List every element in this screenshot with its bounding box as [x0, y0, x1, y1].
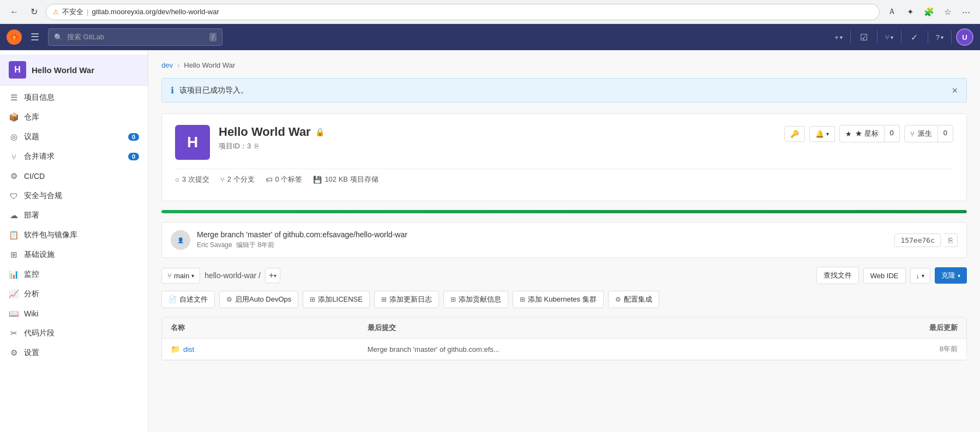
project-name-text: Hello World War — [219, 125, 311, 139]
branches-stat[interactable]: ⑂ 2 个分支 — [220, 175, 255, 184]
commit-message[interactable]: Merge branch 'master' of github.com:efsa… — [197, 230, 888, 239]
sidebar-item-snippets[interactable]: ✂ 代码片段 — [0, 323, 148, 343]
file-name-link[interactable]: dist — [183, 345, 194, 353]
sidebar-item-issues[interactable]: ◎ 议题 0 — [0, 127, 148, 147]
refresh-button[interactable]: ↻ — [26, 4, 41, 20]
sidebar-item-repository[interactable]: 📦 仓库 — [0, 107, 148, 127]
key-button[interactable]: 🔑 — [784, 126, 805, 142]
user-avatar[interactable]: U — [956, 28, 973, 46]
extensions-button[interactable]: 🧩 — [921, 4, 936, 20]
suggestion-contributing-label: 添加贡献信息 — [459, 295, 501, 304]
star-label: ★ 星标 — [855, 129, 879, 139]
tags-icon: 🏷 — [266, 176, 273, 184]
address-bar[interactable]: ⚠ 不安全 | gitlab.mooreyxia.org/dev/hello-w… — [46, 4, 880, 20]
screenshot-button[interactable]: ✦ — [903, 4, 918, 20]
storage-stat: 💾 102 KB 项目存储 — [313, 175, 378, 184]
packages-icon: 📋 — [9, 230, 19, 240]
suggestion-contributing[interactable]: ⊞ 添加贡献信息 — [443, 291, 508, 308]
suggestion-kubernetes[interactable]: ⊞ 添加 Kubernetes 集群 — [513, 291, 604, 308]
suggestion-license[interactable]: ⊞ 添加LICENSE — [303, 291, 370, 308]
gitlab-logo[interactable] — [7, 29, 22, 45]
create-button[interactable]: + ▾ — [831, 31, 846, 44]
nav-actions: + ▾ ☑ ⑂ ▾ ✓ ? ▾ U — [831, 28, 973, 46]
clone-button[interactable]: 克隆 ▾ — [935, 267, 967, 284]
file-table: 名称 最后提交 最后更新 📁 dist Merge branch 'master… — [161, 317, 967, 361]
translate-button[interactable]: Ａ — [884, 4, 899, 20]
add-file-button[interactable]: + ▾ — [265, 268, 280, 283]
suggestion-integration[interactable]: ⚙ 配置集成 — [608, 291, 659, 308]
help-button[interactable]: ? ▾ — [933, 31, 947, 44]
favorites-button[interactable]: ☆ — [940, 4, 955, 20]
alert-message: 该项目已成功导入。 — [179, 86, 946, 95]
branch-name: main — [174, 272, 189, 280]
merge-requests-button[interactable]: ⑂ ▾ — [882, 31, 897, 44]
sidebar-item-wiki[interactable]: 📖 Wiki — [0, 304, 148, 323]
suggestion-license-label: 添加LICENSE — [318, 295, 363, 304]
copy-hash-button[interactable]: ⎘ — [944, 233, 958, 247]
browser-chrome: ← ↻ ⚠ 不安全 | gitlab.mooreyxia.org/dev/hel… — [0, 0, 980, 24]
sidebar-item-infrastructure[interactable]: ⊞ 基础设施 — [0, 245, 148, 265]
sidebar-item-label-13: 设置 — [24, 348, 139, 358]
analytics-icon: 📈 — [9, 289, 19, 299]
issues-badge: 0 — [128, 133, 139, 141]
nav-divider5 — [951, 31, 952, 44]
star-button[interactable]: ★ ★ 星标 — [839, 125, 885, 142]
breadcrumb-separator: › — [177, 61, 179, 69]
branch-selector[interactable]: ⑂ main ▾ — [161, 268, 200, 284]
sidebar-item-label-4: CI/CD — [24, 172, 139, 181]
browser-actions: Ａ ✦ 🧩 ☆ ⋯ — [884, 4, 973, 20]
sidebar-project-header[interactable]: H Hello World War — [0, 55, 148, 86]
content-area: dev › Hello World War ℹ 该项目已成功导入。 × H — [148, 50, 980, 432]
commit-info: Merge branch 'master' of github.com:efsa… — [197, 230, 888, 250]
suggestion-autodevops[interactable]: ⚙ 启用Auto DevOps — [219, 291, 298, 308]
hamburger-button[interactable]: ☰ — [26, 28, 44, 46]
back-button[interactable]: ← — [7, 4, 22, 20]
notification-button[interactable]: 🔔 ▾ — [809, 126, 835, 142]
tags-stat[interactable]: 🏷 0 个标签 — [266, 175, 303, 184]
suggestion-readme[interactable]: 📄 自述文件 — [161, 291, 215, 308]
storage-label: 102 KB 项目存储 — [324, 175, 378, 184]
commits-stat[interactable]: ○ 3 次提交 — [175, 175, 209, 184]
breadcrumb-parent-link[interactable]: dev — [161, 61, 173, 69]
copy-id-button[interactable]: ⎘ — [253, 142, 260, 151]
suggestion-changelog[interactable]: ⊞ 添加更新日志 — [374, 291, 439, 308]
fork-group: ⑂ 派生 0 — [904, 125, 953, 142]
sidebar-item-deployments[interactable]: ☁ 部署 — [0, 206, 148, 225]
project-info-icon: ☰ — [9, 93, 19, 103]
web-ide-button[interactable]: Web IDE — [863, 268, 906, 284]
sidebar: H Hello World War ☰ 项目信息 📦 仓库 ◎ 议题 0 — [0, 50, 148, 432]
commits-label: 3 次提交 — [182, 175, 209, 184]
search-placeholder: 搜索 GitLab — [67, 32, 104, 42]
sidebar-item-merge-requests[interactable]: ⑂ 合并请求 0 — [0, 147, 148, 166]
main-area: H Hello World War ☰ 项目信息 📦 仓库 ◎ 议题 0 — [0, 50, 980, 432]
sidebar-item-ci-cd[interactable]: ⚙ CI/CD — [0, 166, 148, 186]
find-file-button[interactable]: 查找文件 — [816, 267, 859, 284]
table-row[interactable]: 📁 dist Merge branch 'master' of github.c… — [162, 339, 966, 360]
issues-icon: ◎ — [9, 132, 19, 142]
settings-button[interactable]: ⋯ — [958, 4, 973, 20]
sidebar-item-project-info[interactable]: ☰ 项目信息 — [0, 88, 148, 107]
download-button[interactable]: ↓ ▾ — [910, 268, 931, 284]
branches-icon: ⑂ — [220, 176, 225, 184]
merge-icon: ⑂ — [885, 33, 889, 41]
sidebar-item-analytics[interactable]: 📈 分析 — [0, 284, 148, 304]
sidebar-item-packages[interactable]: 📋 软件包与镜像库 — [0, 225, 148, 245]
avatar-letter: U — [962, 33, 967, 41]
progress-fill — [161, 210, 967, 213]
settings-icon: ⚙ — [9, 348, 19, 358]
fork-button[interactable]: ⑂ 派生 — [904, 125, 938, 142]
alert-close-button[interactable]: × — [952, 86, 958, 95]
search-box[interactable]: 🔍 搜索 GitLab / — [48, 28, 223, 46]
issues-button[interactable]: ✓ — [906, 28, 923, 46]
app-wrapper: ☰ 🔍 搜索 GitLab / + ▾ ☑ ⑂ ▾ ✓ ? ▾ — [0, 24, 980, 432]
sidebar-item-security[interactable]: 🛡 安全与合规 — [0, 186, 148, 206]
fork-label: 派生 — [918, 129, 932, 139]
todo-button[interactable]: ☑ — [855, 28, 873, 46]
plus-icon: + — [834, 33, 839, 41]
nav-divider3 — [901, 31, 901, 44]
suggestion-changelog-label: 添加更新日志 — [389, 295, 432, 304]
key-icon: 🔑 — [790, 130, 799, 138]
sidebar-item-settings[interactable]: ⚙ 设置 — [0, 343, 148, 363]
progress-bar — [161, 210, 967, 213]
sidebar-item-monitor[interactable]: 📊 监控 — [0, 265, 148, 284]
